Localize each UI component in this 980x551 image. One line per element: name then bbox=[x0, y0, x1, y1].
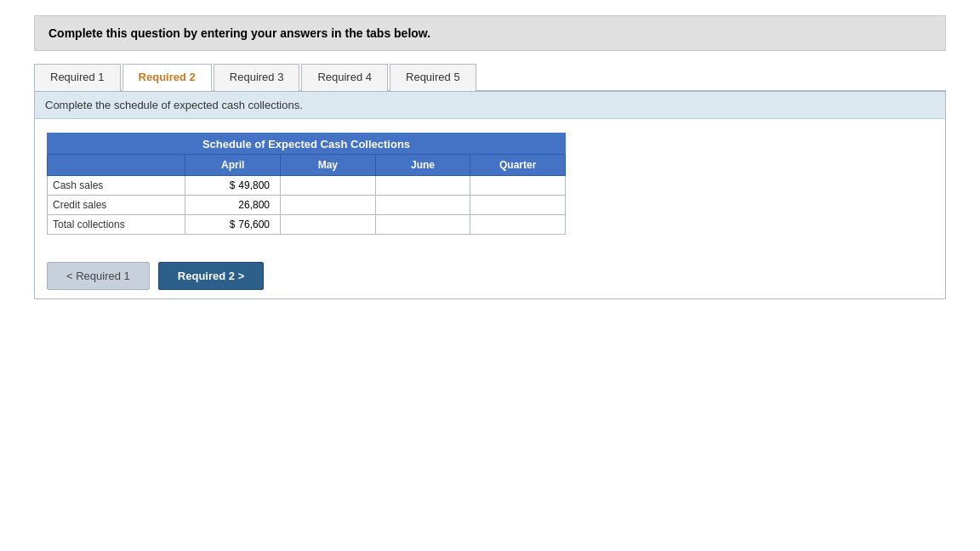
total-june-input[interactable] bbox=[376, 215, 470, 234]
header-instruction: Complete this question by entering your … bbox=[48, 26, 430, 40]
schedule-table: April May June Quarter Cash sales bbox=[47, 154, 566, 235]
credit-sales-april-value: 26,800 bbox=[238, 199, 270, 211]
cash-sales-june-cell[interactable] bbox=[375, 176, 470, 196]
row-label-total-collections: Total collections bbox=[48, 215, 185, 235]
total-quarter-cell[interactable] bbox=[470, 215, 566, 235]
tab-required4[interactable]: Required 4 bbox=[301, 64, 388, 91]
content-instruction: Complete the schedule of expected cash c… bbox=[35, 92, 945, 119]
col-header-may: May bbox=[281, 155, 376, 176]
credit-sales-may-cell[interactable] bbox=[281, 196, 376, 215]
table-row: Credit sales 26,800 bbox=[48, 196, 566, 215]
schedule-title: Schedule of Expected Cash Collections bbox=[47, 133, 566, 154]
table-row: Total collections $ 76,600 bbox=[48, 215, 566, 235]
tab-required2[interactable]: Required 2 bbox=[122, 64, 212, 91]
table-header-row: April May June Quarter bbox=[48, 155, 566, 176]
credit-sales-quarter-input[interactable] bbox=[470, 196, 565, 214]
header-banner: Complete this question by entering your … bbox=[34, 15, 946, 51]
total-may-input[interactable] bbox=[281, 215, 375, 234]
credit-sales-quarter-cell[interactable] bbox=[470, 196, 566, 215]
tab-required3[interactable]: Required 3 bbox=[214, 64, 300, 91]
tab-required1[interactable]: Required 1 bbox=[34, 64, 121, 91]
tabs-container: Required 1 Required 2 Required 3 Require… bbox=[34, 63, 946, 92]
prev-button[interactable]: Required 1 bbox=[47, 262, 150, 290]
total-may-cell[interactable] bbox=[281, 215, 376, 235]
total-april-cell: $ 76,600 bbox=[185, 215, 281, 235]
prev-button-label: Required 1 bbox=[76, 270, 130, 282]
content-area: Complete the schedule of expected cash c… bbox=[34, 92, 946, 299]
chevron-right-icon bbox=[235, 270, 244, 282]
cash-sales-april-cell: $ 49,800 bbox=[185, 176, 281, 196]
credit-sales-april-cell: 26,800 bbox=[185, 196, 281, 215]
col-header-april: April bbox=[185, 155, 281, 176]
total-april-value: 76,600 bbox=[238, 219, 270, 230]
col-header-june: June bbox=[375, 155, 470, 176]
cash-sales-quarter-input[interactable] bbox=[470, 176, 565, 195]
table-section: Schedule of Expected Cash Collections Ap… bbox=[35, 119, 945, 248]
credit-sales-may-input[interactable] bbox=[281, 196, 375, 214]
chevron-left-icon bbox=[66, 270, 76, 282]
col-header-quarter: Quarter bbox=[470, 155, 566, 176]
row-label-cash-sales: Cash sales bbox=[48, 176, 185, 196]
cash-sales-april-value: 49,800 bbox=[238, 179, 270, 191]
cash-sales-june-input[interactable] bbox=[376, 176, 470, 195]
cash-sales-may-cell[interactable] bbox=[281, 176, 376, 196]
table-row: Cash sales $ 49,800 bbox=[48, 176, 566, 196]
nav-buttons: Required 1 Required 2 bbox=[35, 248, 945, 298]
col-header-label bbox=[48, 155, 185, 176]
total-quarter-input[interactable] bbox=[470, 215, 565, 234]
next-button-label: Required 2 bbox=[178, 270, 235, 282]
cash-sales-april-dollar: $ bbox=[230, 179, 236, 191]
cash-sales-may-input[interactable] bbox=[281, 176, 375, 195]
row-label-credit-sales: Credit sales bbox=[48, 196, 185, 215]
credit-sales-june-cell[interactable] bbox=[375, 196, 470, 215]
tab-required5[interactable]: Required 5 bbox=[390, 64, 476, 91]
credit-sales-june-input[interactable] bbox=[376, 196, 470, 214]
schedule-table-wrapper: Schedule of Expected Cash Collections Ap… bbox=[47, 133, 566, 235]
total-april-dollar: $ bbox=[230, 219, 236, 230]
total-june-cell[interactable] bbox=[375, 215, 470, 235]
cash-sales-quarter-cell[interactable] bbox=[470, 176, 566, 196]
next-button[interactable]: Required 2 bbox=[158, 262, 264, 290]
